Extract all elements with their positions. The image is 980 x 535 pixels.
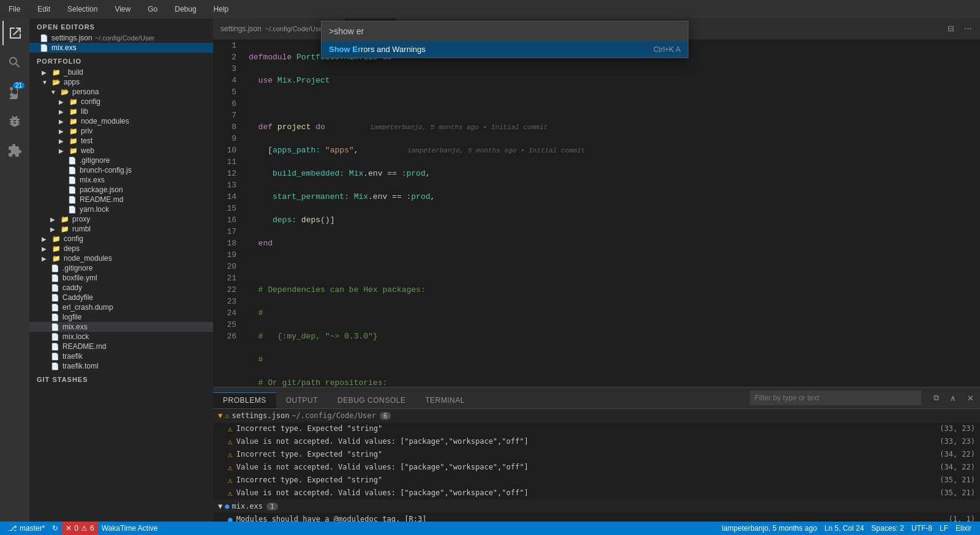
tree-erl-crash[interactable]: 📄 erl_crash.dump [29, 302, 213, 312]
code-editor[interactable]: 12345 678910 1112131415 1617181920 21222… [213, 40, 980, 387]
tree-caddyfile[interactable]: 📄 Caddyfile [29, 293, 213, 302]
problem-message: Incorrect type. Expected "string" [236, 424, 935, 433]
tree-priv[interactable]: ▶ 📁 priv [29, 126, 213, 136]
status-right: iampeterbanjo, 5 months ago Ln 5, Col 24… [718, 524, 975, 533]
tab-debug-console[interactable]: DEBUG CONSOLE [328, 392, 415, 408]
command-palette-overlay: Show Errors and Warnings Ctrl+K A [29, 18, 980, 58]
menu-edit[interactable]: Edit [34, 4, 54, 15]
tree-config[interactable]: ▶ 📁 config [29, 97, 213, 107]
command-palette-item[interactable]: Show Errors and Warnings Ctrl+K A [322, 41, 688, 58]
problem-item[interactable]: ⚠ Value is not accepted. Valid values: [… [213, 487, 980, 499]
source-control-icon[interactable]: 21 [2, 80, 27, 104]
menu-go[interactable]: Go [144, 4, 161, 15]
problems-filter-input[interactable] [750, 391, 921, 405]
menu-help[interactable]: Help [210, 4, 233, 15]
tree-caddy[interactable]: 📄 caddy [29, 283, 213, 293]
status-errors[interactable]: ✕ 0 ⚠ 6 [62, 522, 97, 535]
status-spaces[interactable]: Spaces: 2 [868, 524, 908, 533]
code-line: # [249, 307, 975, 319]
tree-item-label: web [81, 146, 94, 155]
tree-item-label: erl_crash.dump [62, 303, 113, 312]
problem-item[interactable]: ⚠ Value is not accepted. Valid values: [… [213, 435, 980, 448]
tree-item-label: mix.exs [62, 323, 88, 331]
tree-yarn[interactable]: 📄 yarn.lock [29, 204, 213, 214]
problem-group-settings[interactable]: ▼ ⚠ settings.json ~/.config/Code/User 6 [213, 409, 980, 422]
problem-message: Incorrect type. Expected "string" [236, 450, 935, 458]
explorer-icon[interactable] [2, 21, 27, 45]
panel-action-up[interactable]: ∧ [946, 391, 960, 405]
menu-selection[interactable]: Selection [64, 4, 101, 15]
problem-item[interactable]: ● Modules should have a @moduledoc tag. … [213, 513, 980, 522]
tree-item-label: persona [72, 88, 99, 96]
menu-file[interactable]: File [5, 4, 24, 15]
tree-mix-exs-persona[interactable]: 📄 mix.exs [29, 175, 213, 185]
command-item-shortcut: Ctrl+K A [654, 45, 680, 54]
status-position[interactable]: Ln 5, Col 24 [821, 524, 868, 533]
tree-package-json[interactable]: 📄 package.json [29, 185, 213, 195]
tree-item-label: config [81, 97, 100, 106]
tree-test[interactable]: ▶ 📁 test [29, 136, 213, 146]
tab-terminal[interactable]: TERMINAL [415, 392, 475, 408]
tree-logfile[interactable]: 📄 logfile [29, 312, 213, 322]
tree-persona[interactable]: ▼ 📂 persona [29, 87, 213, 97]
menu-debug[interactable]: Debug [171, 4, 200, 15]
status-sync[interactable]: ↻ [48, 522, 62, 535]
status-eol[interactable]: LF [936, 524, 952, 533]
tree-mix-exs-root[interactable]: 📄 mix.exs [29, 322, 213, 332]
search-icon[interactable] [2, 50, 27, 75]
tab-output[interactable]: OUTPUT [276, 392, 328, 408]
git-stashes-header[interactable]: GIT STASHES [29, 371, 213, 386]
tree-node-modules-persona[interactable]: ▶ 📁 node_modules [29, 116, 213, 126]
panel-action-expand[interactable]: ⧉ [929, 391, 943, 405]
tree-proxy[interactable]: ▶ 📁 proxy [29, 214, 213, 224]
status-position-label: Ln 5, Col 24 [824, 524, 864, 533]
tree-web[interactable]: ▶ 📁 web [29, 146, 213, 155]
tree-mix-lock[interactable]: 📄 mix.lock [29, 332, 213, 342]
warning-icon: ⚠ [228, 450, 233, 459]
tree-item-label: test [81, 137, 92, 145]
tree-gitignore-persona[interactable]: 📄 .gitignore [29, 155, 213, 165]
debug-icon[interactable] [2, 109, 27, 133]
tree-config-root[interactable]: ▶ 📁 config [29, 234, 213, 244]
command-palette-input[interactable] [322, 21, 688, 41]
tree-boxfile[interactable]: 📄 boxfile.yml [29, 273, 213, 283]
problem-item[interactable]: ⚠ Value is not accepted. Valid values: [… [213, 461, 980, 474]
status-wakatime[interactable]: WakaTime Active [98, 522, 162, 535]
file-icon: 📄 [50, 313, 60, 321]
problem-group-mix[interactable]: ▼ ● mix.exs 1 [213, 499, 980, 513]
tree-brunch[interactable]: 📄 brunch-config.js [29, 165, 213, 175]
tree-gitignore-root[interactable]: 📄 .gitignore [29, 263, 213, 273]
tree-rumbl[interactable]: ▶ 📁 rumbl [29, 224, 213, 234]
code-line: # Dependencies can be Hex packages: [249, 284, 975, 296]
status-user[interactable]: iampeterbanjo, 5 months ago [718, 524, 820, 533]
problem-item[interactable]: ⚠ Incorrect type. Expected "string" (33,… [213, 422, 980, 435]
tree-build[interactable]: ▶ 📁 _build [29, 67, 213, 77]
tree-traefik[interactable]: 📄 traefik [29, 351, 213, 361]
panel-close-button[interactable]: ✕ [963, 391, 978, 405]
tree-readme-root[interactable]: 📄 README.md [29, 342, 213, 351]
tree-lib[interactable]: ▶ 📁 lib [29, 107, 213, 116]
code-content[interactable]: defmodule Portfolio.Mixfile do use Mix.P… [244, 40, 980, 387]
status-spaces-label: Spaces: 2 [872, 524, 904, 533]
problem-item[interactable]: ⚠ Incorrect type. Expected "string" (34,… [213, 448, 980, 461]
menu-view[interactable]: View [111, 4, 134, 15]
tree-traefik-toml[interactable]: 📄 traefik.toml [29, 361, 213, 371]
tab-problems[interactable]: PROBLEMS [213, 392, 276, 408]
info-group-icon: ● [225, 502, 229, 511]
sidebar: OPEN EDITORS 📄 settings.json ~/.config/C… [29, 18, 213, 522]
status-language[interactable]: Elixir [952, 524, 975, 533]
tree-deps[interactable]: ▶ 📁 deps [29, 244, 213, 253]
tree-apps[interactable]: ▼ 📂 apps [29, 77, 213, 87]
tree-item-label: traefik [62, 352, 83, 361]
titlebar: File Edit Selection View Go Debug Help [0, 0, 980, 18]
tree-item-label: _build [64, 68, 83, 77]
problem-message: Incorrect type. Expected "string" [236, 476, 935, 484]
problem-item[interactable]: ⚠ Incorrect type. Expected "string" (35,… [213, 474, 980, 487]
status-encoding[interactable]: UTF-8 [908, 524, 936, 533]
tree-node-modules-root[interactable]: ▶ 📁 node_modules [29, 253, 213, 263]
status-errors-count: 0 [74, 524, 78, 533]
problem-location: (35, 21) [940, 488, 975, 497]
extensions-icon[interactable] [2, 138, 27, 163]
status-branch[interactable]: ⎇ master* [5, 522, 48, 535]
tree-readme-persona[interactable]: 📄 README.md [29, 195, 213, 204]
